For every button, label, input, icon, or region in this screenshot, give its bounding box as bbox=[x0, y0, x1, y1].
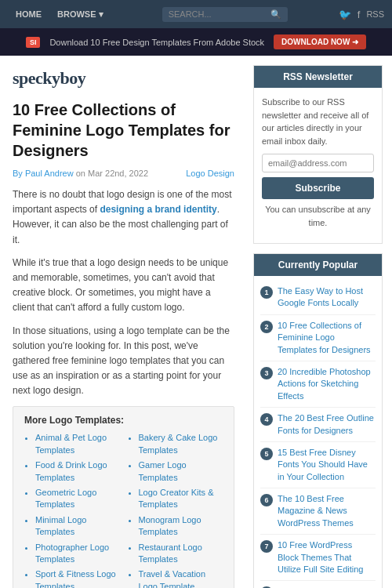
template-list-item[interactable]: Gamer Logo Templates bbox=[139, 459, 223, 484]
site-logo: speckyboy bbox=[13, 68, 234, 89]
brand-identity-link[interactable]: designing a brand identity bbox=[100, 204, 216, 215]
article-content: speckyboy 10 Free Collections of Feminin… bbox=[0, 56, 247, 588]
popular-item-text: 15 Best Free Disney Fonts You Should Hav… bbox=[278, 447, 376, 483]
template-list-item[interactable]: Sport & Fitness Logo Templates bbox=[35, 568, 120, 588]
popular-item-number: 2 bbox=[260, 321, 273, 333]
article-author-date: By Paul Andrew on Mar 22nd, 2022 bbox=[13, 169, 148, 178]
popular-item-text: 20 Incredible Photoshop Actions for Sket… bbox=[278, 366, 376, 402]
template-list-item[interactable]: Photographer Logo Templates bbox=[35, 542, 120, 566]
top-nav: HOME BROWSE ▾ 🔍 🐦 f RSS bbox=[0, 0, 392, 28]
rss-newsletter-box: RSS Newsletter Subscribe to our RSS news… bbox=[253, 65, 383, 244]
sidebar: RSS Newsletter Subscribe to our RSS news… bbox=[247, 56, 392, 588]
article-para-1: There is no doubt that logo design is on… bbox=[13, 187, 234, 248]
rss-description: Subscribe to our RSS newsletter and rece… bbox=[262, 96, 374, 147]
nav-home[interactable]: HOME bbox=[8, 0, 49, 28]
banner-badge: SI bbox=[26, 37, 41, 48]
article-title: 10 Free Collections of Feminine Logo Tem… bbox=[13, 100, 234, 161]
template-col-left: Animal & Pet Logo TemplatesFood & Drink … bbox=[24, 432, 120, 588]
article-meta: By Paul Andrew on Mar 22nd, 2022 Logo De… bbox=[13, 169, 234, 178]
popular-list-item[interactable]: 5 15 Best Free Disney Fonts You Should H… bbox=[260, 442, 376, 488]
banner-text: Download 10 Free Design Templates From A… bbox=[49, 38, 264, 47]
popular-list-item[interactable]: 8 15 Stunning Lightroom Presets for Fash… bbox=[260, 581, 376, 588]
template-list-item[interactable]: Monogram Logo Templates bbox=[139, 514, 223, 539]
main-wrapper: speckyboy 10 Free Collections of Feminin… bbox=[0, 56, 392, 588]
nav-search-area: 🔍 bbox=[111, 7, 339, 22]
popular-item-number: 3 bbox=[260, 367, 273, 379]
currently-popular-box: Currently Popular 1 The Easy Way to Host… bbox=[253, 253, 383, 588]
search-input[interactable] bbox=[169, 9, 270, 19]
more-templates-title: More Logo Templates: bbox=[24, 415, 223, 426]
template-list-item[interactable]: Travel & Vacation Logo Template bbox=[139, 568, 223, 588]
popular-list: 1 The Easy Way to Host Google Fonts Loca… bbox=[254, 276, 382, 588]
template-list-item[interactable]: Food & Drink Logo Templates bbox=[35, 459, 120, 484]
article-category[interactable]: Logo Design bbox=[186, 169, 234, 178]
nav-social-icons: 🐦 f RSS bbox=[339, 9, 384, 20]
popular-header: Currently Popular bbox=[254, 254, 382, 276]
search-box[interactable]: 🔍 bbox=[162, 7, 288, 22]
rss-subscribe-button[interactable]: Subscribe bbox=[262, 177, 374, 199]
template-col-right: Bakery & Cake Logo TemplatesGamer Logo T… bbox=[128, 432, 223, 588]
template-list-item[interactable]: Geometric Logo Templates bbox=[35, 487, 120, 511]
popular-list-item[interactable]: 7 10 Free WordPress Block Themes That Ut… bbox=[260, 535, 376, 581]
rss-body: Subscribe to our RSS newsletter and rece… bbox=[254, 88, 382, 243]
popular-item-text: 10 Free WordPress Block Themes That Util… bbox=[278, 539, 376, 575]
popular-item-text: The Easy Way to Host Google Fonts Locall… bbox=[278, 285, 376, 310]
popular-list-item[interactable]: 6 The 10 Best Free Magazine & News WordP… bbox=[260, 488, 376, 535]
template-list-item[interactable]: Animal & Pet Logo Templates bbox=[35, 432, 120, 456]
facebook-icon[interactable]: f bbox=[358, 9, 361, 20]
popular-item-number: 6 bbox=[260, 494, 273, 506]
rss-email-input[interactable] bbox=[262, 154, 374, 172]
popular-list-item[interactable]: 2 10 Free Collections of Feminine Logo T… bbox=[260, 315, 376, 361]
template-lists: Animal & Pet Logo TemplatesFood & Drink … bbox=[24, 432, 223, 588]
popular-item-number: 4 bbox=[260, 413, 273, 426]
article-body: There is no doubt that logo design is on… bbox=[13, 187, 234, 398]
rss-icon[interactable]: RSS bbox=[366, 9, 384, 19]
popular-item-number: 7 bbox=[260, 540, 273, 553]
popular-list-item[interactable]: 1 The Easy Way to Host Google Fonts Loca… bbox=[260, 281, 376, 315]
article-para-3: In those situations, using a logo templa… bbox=[13, 324, 234, 399]
template-list-item[interactable]: Minimal Logo Templates bbox=[35, 514, 120, 539]
more-templates-box: More Logo Templates: Animal & Pet Logo T… bbox=[13, 406, 234, 588]
popular-item-number: 5 bbox=[260, 448, 273, 460]
rss-unsubscribe-note: You can unsubscribe at any time. bbox=[262, 203, 374, 229]
nav-browse[interactable]: BROWSE ▾ bbox=[49, 0, 111, 28]
popular-item-text: The 10 Best Free Magazine & News WordPre… bbox=[278, 493, 376, 529]
banner-download-button[interactable]: DOWNLOAD NOW ➜ bbox=[274, 34, 366, 49]
popular-item-text: The 20 Best Free Outline Fonts for Desig… bbox=[278, 412, 376, 437]
promo-banner: SI Download 10 Free Design Templates Fro… bbox=[0, 28, 392, 56]
article-para-2: While it's true that a logo design needs… bbox=[13, 256, 234, 316]
popular-item-number: 1 bbox=[260, 286, 273, 299]
search-icon[interactable]: 🔍 bbox=[270, 9, 281, 20]
rss-header: RSS Newsletter bbox=[254, 66, 382, 88]
template-list-item[interactable]: Restaurant Logo Templates bbox=[139, 542, 223, 566]
popular-list-item[interactable]: 4 The 20 Best Free Outline Fonts for Des… bbox=[260, 408, 376, 442]
template-list-item[interactable]: Bakery & Cake Logo Templates bbox=[139, 432, 223, 456]
template-list-item[interactable]: Logo Creator Kits & Templates bbox=[139, 487, 223, 511]
popular-list-item[interactable]: 3 20 Incredible Photoshop Actions for Sk… bbox=[260, 361, 376, 408]
twitter-icon[interactable]: 🐦 bbox=[339, 9, 351, 20]
popular-item-text: 10 Free Collections of Feminine Logo Tem… bbox=[278, 320, 376, 356]
